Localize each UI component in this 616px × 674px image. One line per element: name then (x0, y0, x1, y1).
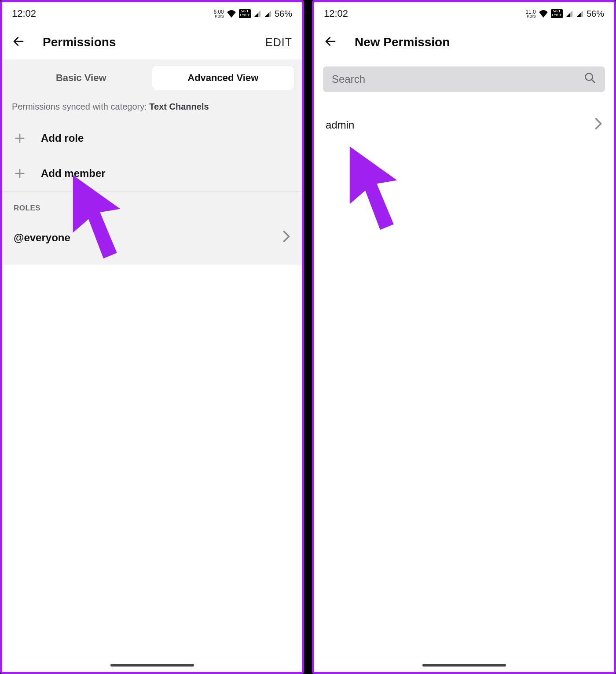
search-icon (584, 72, 596, 87)
page-title: Permissions (43, 35, 116, 49)
status-icons: 6.00 KB/S Vo 1LTE 2 56% (213, 9, 292, 19)
back-icon[interactable] (12, 35, 25, 50)
tab-advanced-view[interactable]: Advanced View (152, 66, 294, 90)
net-speed: 11.0 KB/S (525, 9, 535, 18)
signal-icon-2 (264, 10, 272, 18)
permissions-screen: 12:02 6.00 KB/S Vo 1LTE 2 56% Pe (0, 0, 304, 674)
chevron-right-icon (594, 118, 602, 133)
status-icons: 11.0 KB/S Vo 1LTE 2 56% (525, 9, 604, 19)
home-indicator[interactable] (422, 664, 506, 667)
search-placeholder: Search (332, 73, 365, 85)
sync-info: Permissions synced with category: Text C… (2, 96, 302, 121)
battery-text: 56% (275, 9, 292, 19)
role-admin-label: admin (326, 119, 354, 131)
status-bar: 12:02 11.0 KB/S Vo 1LTE 2 56% (314, 2, 614, 25)
chevron-right-icon (282, 230, 290, 245)
signal-icon-2 (576, 10, 584, 18)
volte-badge-1: Vo 1LTE 2 (551, 9, 563, 18)
search-input[interactable]: Search (323, 66, 605, 92)
wifi-icon (227, 10, 236, 18)
sync-prefix: Permissions synced with category: (12, 102, 149, 111)
battery-text: 56% (587, 9, 604, 19)
view-tabs: Basic View Advanced View (2, 59, 302, 96)
tab-advanced-label: Advanced View (187, 72, 258, 84)
add-member-button[interactable]: Add member (2, 156, 302, 191)
status-bar: 12:02 6.00 KB/S Vo 1LTE 2 56% (2, 2, 302, 25)
app-header: Permissions EDIT (2, 25, 302, 59)
empty-area (314, 148, 614, 672)
signal-icon-1 (565, 10, 573, 18)
clock: 12:02 (324, 8, 348, 19)
add-role-button[interactable]: Add role (2, 121, 302, 156)
role-everyone-row[interactable]: @everyone (2, 220, 302, 265)
page-title: New Permission (355, 35, 450, 49)
volte-badge-1: Vo 1LTE 2 (239, 9, 251, 18)
edit-button[interactable]: EDIT (265, 36, 292, 49)
tab-basic-view[interactable]: Basic View (10, 66, 152, 90)
wifi-icon (539, 10, 548, 18)
plus-icon (14, 167, 26, 180)
tab-basic-label: Basic View (56, 72, 106, 84)
search-section: Search (314, 59, 614, 102)
role-admin-row[interactable]: admin (314, 102, 614, 148)
roles-header: ROLES (2, 192, 302, 220)
plus-icon (14, 132, 26, 144)
clock: 12:02 (12, 8, 36, 19)
sync-category: Text Channels (149, 102, 209, 111)
signal-icon-1 (253, 10, 261, 18)
back-icon[interactable] (324, 35, 337, 50)
add-role-label: Add role (41, 132, 84, 144)
add-section: Add role Add member ROLES @everyone (2, 121, 302, 265)
empty-area (2, 265, 302, 672)
home-indicator[interactable] (110, 664, 194, 667)
new-permission-screen: 12:02 11.0 KB/S Vo 1LTE 2 56% Ne (312, 0, 616, 674)
app-header: New Permission (314, 25, 614, 59)
role-everyone-label: @everyone (14, 232, 70, 244)
add-member-label: Add member (41, 167, 106, 180)
net-speed: 6.00 KB/S (213, 9, 224, 18)
